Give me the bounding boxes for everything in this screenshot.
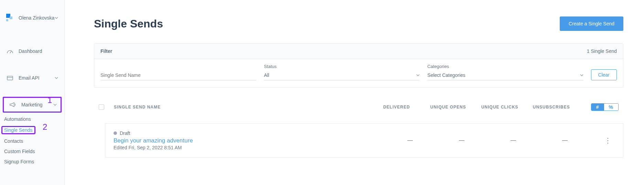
filter-panel: Filter 1 Single Send Status All Categori… [94,43,623,88]
sidebar-item-marketing[interactable]: Marketing [3,97,62,113]
categories-select[interactable]: Select Categories [427,70,583,80]
clear-button[interactable]: Clear [591,69,617,80]
sidebar: Olena Zinkovska Dashboard Email API [0,0,65,185]
svg-rect-1 [7,76,13,80]
brand-logo-icon [6,14,14,22]
column-header-delivered: Delivered [371,105,422,109]
row-clicks: — [487,137,539,143]
sidebar-item-label: Email API [19,75,40,81]
column-header-name: Single Send Name [114,105,371,109]
row-title[interactable]: Begin your amazing adventure [114,137,384,144]
chevron-down-icon [55,16,58,20]
sidebar-item-email-api[interactable]: Email API [0,70,64,86]
sidebar-sub-signup-forms[interactable]: Signup Forms [4,157,64,167]
table-row[interactable]: Draft Begin your amazing adventure Edite… [105,123,623,158]
chevron-down-icon [53,103,57,106]
table-header-row: Single Send Name Delivered Unique Opens … [94,101,623,113]
sidebar-item-dashboard[interactable]: Dashboard [0,43,64,59]
filter-title: Filter [100,48,112,54]
card-icon [6,74,14,82]
column-header-clicks: Unique Clicks [474,105,526,109]
create-single-send-button[interactable]: Create a Single Send [560,16,623,31]
display-toggle: # % [591,103,619,111]
kebab-icon: ⋮ [604,137,611,144]
row-status: Draft [120,130,130,136]
column-header-unsubscribes: Unsubscribes [526,105,577,109]
sidebar-sub-custom-fields[interactable]: Custom Fields [4,146,64,157]
main-content: Single Sends Create a Single Send Filter… [65,0,644,185]
annotation-1: 1 [47,95,52,105]
toggle-percent-button[interactable]: % [604,104,618,111]
svg-line-0 [10,51,11,53]
sidebar-sub-automations[interactable]: Automations [4,114,64,124]
row-unsubscribes: — [539,137,591,143]
row-actions-menu[interactable]: ⋮ [601,136,615,144]
select-all-checkbox[interactable] [99,104,104,110]
annotation-2: 2 [43,122,47,132]
chevron-down-icon [580,73,583,77]
single-send-name-input[interactable] [100,70,256,80]
sidebar-item-label: Marketing [21,102,42,107]
chevron-down-icon [416,73,420,77]
row-opens: — [436,137,487,143]
filter-count: 1 Single Send [587,48,617,54]
toggle-hash-button[interactable]: # [591,104,604,111]
status-select[interactable]: All [264,70,420,80]
page-title: Single Sends [94,18,163,30]
chevron-down-icon [55,76,58,80]
row-meta: Edited Fri, Sep 2, 2022 8:51 AM [114,145,384,150]
status-dot-icon [114,131,117,135]
column-header-opens: Unique Opens [422,105,474,109]
sidebar-sub-contacts[interactable]: Contacts [4,136,64,146]
user-name: Olena Zinkovska [19,15,55,21]
user-menu[interactable]: Olena Zinkovska [0,7,64,32]
row-delivered: — [384,137,436,143]
sidebar-item-label: Dashboard [19,48,42,54]
gauge-icon [6,47,14,55]
categories-label: Categories [427,64,583,69]
sidebar-sub-single-sends[interactable]: Single Sends [4,124,64,136]
megaphone-icon [9,101,17,108]
status-label: Status [264,64,420,69]
